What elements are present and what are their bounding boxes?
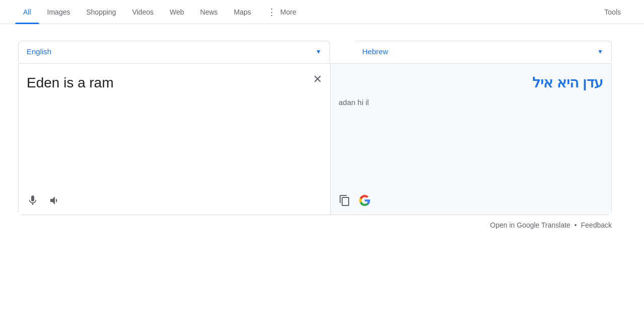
nav-news[interactable]: News [192,0,226,24]
source-text[interactable]: Eden is a ram [27,74,322,189]
dot-separator: • [575,221,577,229]
source-lang-label: English [27,47,311,56]
nav-all[interactable]: All [15,0,39,24]
nav-tools[interactable]: Tools [596,0,629,24]
transliteration-text: adan hi il [339,98,603,107]
target-lang-label: Hebrew [362,47,593,56]
source-language-selector[interactable]: English ▼ [18,41,330,62]
nav-maps[interactable]: Maps [226,0,259,24]
translated-text: עדן היא איל [339,74,603,92]
more-dots-icon: ⋮ [267,7,276,18]
output-actions [339,189,603,210]
copy-translation-button[interactable] [339,194,351,210]
nav-videos[interactable]: Videos [124,0,162,24]
translation-output-panel: עדן היא איל adan hi il [331,64,611,215]
translation-panels: Eden is a ram ✕ עדן היא איל adan hi il [18,63,612,215]
listen-source-button[interactable] [49,194,61,210]
swap-languages-button[interactable] [330,39,354,63]
nav-images[interactable]: Images [39,0,78,24]
feedback-link[interactable]: Feedback [581,221,612,229]
target-lang-dropdown-icon: ▼ [597,48,603,55]
source-lang-dropdown-icon: ▼ [315,48,321,55]
source-text-panel: Eden is a ram ✕ [19,64,331,215]
source-actions [27,189,322,210]
nav-web[interactable]: Web [162,0,192,24]
nav-more[interactable]: ⋮ More [259,0,304,24]
clear-button[interactable]: ✕ [313,74,322,85]
nav-shopping[interactable]: Shopping [78,0,124,24]
google-logo-button[interactable] [359,194,371,210]
open-in-google-translate-link[interactable]: Open in Google Translate [490,221,571,229]
bottom-links: Open in Google Translate • Feedback [18,215,612,235]
top-navigation: All Images Shopping Videos Web News Maps… [0,0,644,24]
target-language-selector[interactable]: Hebrew ▼ [354,41,612,62]
translator-container: English ▼ Hebrew ▼ Eden is a ram ✕ [0,24,644,250]
language-selector-row: English ▼ Hebrew ▼ [18,39,612,63]
microphone-button[interactable] [27,194,39,210]
